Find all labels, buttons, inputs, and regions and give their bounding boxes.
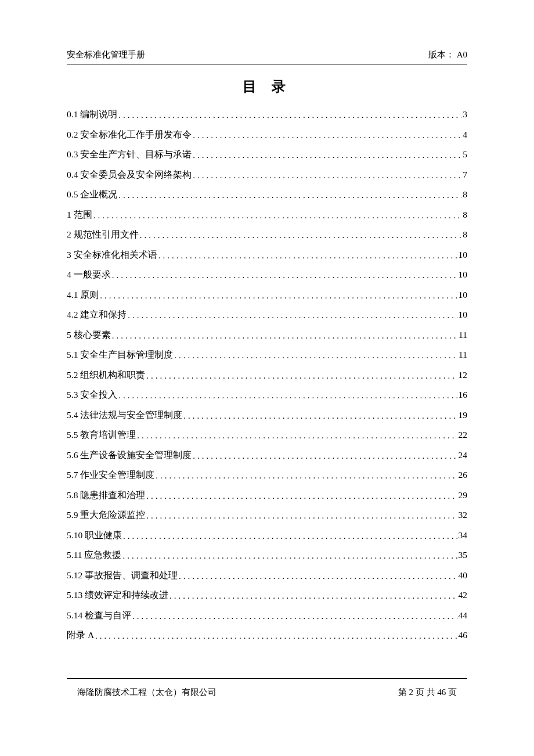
toc-entry-page: 35 [457,550,468,560]
toc-row: 5.2 组织机构和职责12 [67,369,467,381]
toc-entry-label: 5.4 法律法规与安全管理制度 [67,409,183,422]
toc-row: 附录 A46 [67,629,467,642]
toc-leader-dots [100,291,457,301]
toc-leader-dots [123,531,457,541]
toc-row: 5.9 重大危险源监控32 [67,509,467,521]
toc-entry-label: 5.6 生产设备设施安全管理制度 [67,449,193,462]
toc-entry-page: 12 [457,370,468,380]
toc-entry-label: 5.2 组织机构和职责 [67,369,146,381]
toc-entry-label: 0.4 安全委员会及安全网络架构 [67,169,193,181]
toc-entry-page: 11 [457,330,467,340]
toc-row: 5.4 法律法规与安全管理制度19 [67,409,467,422]
toc-leader-dots [118,190,461,200]
toc-entry-label: 5.13 绩效评定和持续改进 [67,589,169,602]
toc-entry-label: 5.9 重大危险源监控 [67,509,146,521]
toc-leader-dots [118,110,461,120]
toc-leader-dots [146,491,457,501]
toc-entry-label: 3 安全标准化相关术语 [67,249,158,261]
toc-leader-dots [193,150,461,160]
toc-row: 0.2 安全标准化工作手册发布令4 [67,129,467,141]
toc-list: 0.1 编制说明30.2 安全标准化工作手册发布令40.3 安全生产方针、目标与… [67,109,467,642]
toc-entry-label: 5.1 安全生产目标管理制度 [67,349,174,361]
toc-row: 5 核心要素11 [67,329,467,341]
toc-row: 5.12 事故报告、调查和处理40 [67,570,467,582]
toc-entry-label: 5.10 职业健康 [67,530,123,542]
toc-entry-page: 34 [457,530,468,541]
toc-leader-dots [137,431,457,441]
toc-row: 5.7 作业安全管理制度26 [67,469,467,481]
toc-leader-dots [140,231,462,240]
toc-entry-page: 11 [457,350,467,360]
toc-entry-label: 4.1 原则 [67,289,100,301]
toc-row: 2 规范性引用文件8 [67,229,467,241]
toc-row: 5.13 绩效评定和持续改进42 [67,589,467,602]
page-container: 安全标准化管理手册 版本： A0 目 录 0.1 编制说明30.2 安全标准化工… [0,0,534,642]
toc-entry-page: 8 [461,210,467,220]
toc-entry-label: 5.8 隐患排查和治理 [67,489,146,502]
toc-leader-dots [112,271,457,280]
toc-leader-dots [169,591,457,601]
toc-row: 5.8 隐患排查和治理29 [67,489,467,502]
toc-leader-dots [112,331,457,341]
toc-entry-page: 24 [457,450,468,460]
toc-entry-page: 26 [457,470,468,480]
toc-row: 5.3 安全投入16 [67,389,467,401]
toc-leader-dots [118,391,457,401]
toc-leader-dots [179,571,457,581]
toc-entry-label: 附录 A [67,629,95,642]
toc-entry-label: 0.5 企业概况 [67,189,118,201]
toc-entry-page: 8 [461,229,467,240]
toc-entry-page: 40 [457,570,468,581]
toc-entry-page: 10 [457,290,468,300]
toc-entry-page: 10 [457,309,468,320]
toc-entry-label: 4.2 建立和保持 [67,309,128,321]
toc-row: 3 安全标准化相关术语10 [67,249,467,261]
toc-entry-label: 5.11 应急救援 [67,549,122,561]
page-footer: 海隆防腐技术工程（太仓）有限公司 第 2 页 共 46 页 [67,678,467,698]
toc-entry-page: 3 [461,109,467,120]
toc-leader-dots [122,551,457,561]
toc-entry-label: 0.3 安全生产方针、目标与承诺 [67,149,193,161]
toc-entry-label: 2 规范性引用文件 [67,229,140,241]
toc-entry-label: 5.7 作业安全管理制度 [67,469,156,481]
toc-entry-page: 22 [457,430,468,440]
toc-row: 0.1 编制说明3 [67,109,467,121]
toc-row: 1 范围8 [67,209,467,221]
footer-company: 海隆防腐技术工程（太仓）有限公司 [77,687,217,698]
toc-entry-label: 4 一般要求 [67,269,112,281]
toc-leader-dots [158,251,457,261]
toc-row: 5.6 生产设备设施安全管理制度24 [67,449,467,462]
header-version: 版本： A0 [428,49,467,60]
toc-entry-page: 46 [457,630,468,640]
toc-leader-dots [128,311,457,321]
toc-title: 目 录 [67,77,467,96]
toc-entry-page: 16 [457,390,468,400]
toc-entry-label: 5.12 事故报告、调查和处理 [67,570,179,582]
toc-row: 5.5 教育培训管理22 [67,429,467,441]
footer-rule [67,678,467,679]
toc-leader-dots [156,471,457,481]
toc-entry-label: 0.1 编制说明 [67,109,118,121]
toc-row: 0.5 企业概况8 [67,189,467,201]
toc-leader-dots [193,451,457,461]
toc-row: 5.1 安全生产目标管理制度11 [67,349,467,361]
toc-entry-page: 19 [457,410,468,420]
toc-entry-page: 5 [461,149,467,160]
header-doc-title: 安全标准化管理手册 [67,49,145,60]
toc-leader-dots [132,611,457,621]
toc-row: 4.1 原则10 [67,289,467,301]
toc-leader-dots [146,511,457,521]
toc-entry-label: 0.2 安全标准化工作手册发布令 [67,129,193,141]
toc-entry-page: 4 [461,129,467,140]
toc-leader-dots [93,211,462,221]
toc-entry-page: 42 [457,590,468,600]
toc-row: 0.3 安全生产方针、目标与承诺5 [67,149,467,161]
toc-entry-label: 5.5 教育培训管理 [67,429,137,441]
toc-row: 4 一般要求10 [67,269,467,281]
toc-entry-label: 5 核心要素 [67,329,112,341]
toc-leader-dots [95,631,457,641]
toc-leader-dots [193,131,461,141]
toc-leader-dots [174,351,457,361]
toc-entry-label: 5.3 安全投入 [67,389,118,401]
toc-row: 5.10 职业健康34 [67,530,467,542]
